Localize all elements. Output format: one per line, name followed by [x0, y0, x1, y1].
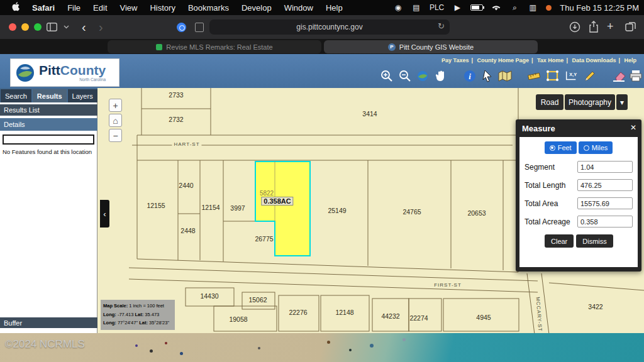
apple-menu-icon[interactable] — [11, 2, 19, 13]
sidebar-tab-results[interactable]: Results — [33, 89, 67, 102]
tab-overview-icon[interactable] — [625, 21, 636, 33]
dismiss-button[interactable]: Dismiss — [576, 234, 613, 248]
control-center-icon[interactable]: ▥ — [528, 3, 538, 13]
new-tab-button[interactable]: + — [607, 20, 614, 33]
sidebar-tab-layers[interactable]: Layers — [68, 89, 97, 102]
map-home-button[interactable]: ⌂ — [109, 114, 122, 127]
menubar-status-area: ◉ ▤ PLC ▶ ⌕ ▥ Thu Feb 15 12:25 PM — [393, 0, 639, 15]
plc-status[interactable]: PLC — [430, 3, 444, 12]
street-label-hart: HART-ST — [172, 141, 201, 147]
downloads-icon[interactable] — [569, 21, 580, 33]
link-pay-taxes[interactable]: Pay Taxes — [441, 57, 469, 63]
link-separator: | — [531, 57, 533, 63]
menu-help[interactable]: Help — [326, 3, 343, 13]
eraser-tool-icon[interactable] — [612, 69, 626, 83]
zoom-window-button[interactable] — [34, 23, 42, 31]
total-acreage-value-field[interactable]: 0.358 — [577, 216, 633, 228]
map-zoom-control: + ⌂ − — [109, 99, 122, 142]
menu-window[interactable]: Window — [284, 3, 313, 13]
back-button[interactable]: ‹ — [82, 21, 86, 33]
spotlight-search-icon[interactable]: ⌕ — [509, 3, 519, 13]
basemap-road-button[interactable]: Road — [536, 94, 564, 110]
sidebar-toggle-icon[interactable] — [47, 23, 57, 31]
extension-icon[interactable] — [177, 23, 186, 32]
status-dot-icon[interactable] — [546, 5, 552, 11]
buffer-header[interactable]: Buffer — [0, 317, 97, 328]
map-zoom-in-button[interactable]: + — [109, 99, 122, 112]
draw-pencil-icon[interactable] — [583, 69, 597, 83]
pan-hand-icon[interactable] — [434, 69, 448, 83]
tab-mls-remarks[interactable]: Revise MLS Remarks: Real Estate — [108, 40, 321, 53]
unit-feet-button[interactable]: Feet — [545, 141, 577, 154]
pointer-select-icon[interactable] — [481, 69, 495, 83]
menu-safari[interactable]: Safari — [32, 3, 55, 13]
menu-edit[interactable]: Edit — [93, 3, 107, 13]
measure-close-icon[interactable]: ✕ — [630, 123, 636, 132]
forward-button[interactable]: › — [99, 21, 103, 33]
measure-row-segment: Segment 1.04 — [525, 158, 633, 176]
parcel-label: 26775 — [255, 235, 273, 243]
parcel-map[interactable]: 2733 2732 3414 2440 12155 12154 3997 244… — [97, 88, 644, 333]
tab-pitt-county-gis[interactable]: P Pitt County GIS Website — [324, 40, 538, 53]
unit-miles-button[interactable]: Miles — [579, 141, 613, 154]
menu-view[interactable]: View — [120, 3, 138, 13]
map-zoom-out-button[interactable]: − — [109, 129, 122, 142]
basemap-caret-button[interactable]: ▾ — [616, 94, 628, 110]
print-tool-icon[interactable] — [629, 69, 643, 83]
measure-dialog: Measure ✕ Feet Miles Segment 1.04 — [516, 119, 641, 272]
link-data-downloads[interactable]: Data Downloads — [572, 57, 616, 63]
map-layers-icon[interactable] — [498, 69, 512, 83]
full-extent-globe-icon[interactable] — [416, 69, 430, 83]
battery-icon[interactable] — [470, 4, 483, 11]
menu-history[interactable]: History — [150, 3, 175, 13]
segment-value-field[interactable]: 1.04 — [577, 161, 633, 173]
menu-bookmarks[interactable]: Bookmarks — [188, 3, 229, 13]
menubar-clock[interactable]: Thu Feb 15 12:25 PM — [560, 3, 639, 13]
zoom-out-tool-icon[interactable] — [398, 69, 412, 83]
menu-file[interactable]: File — [67, 3, 80, 13]
feet-radio[interactable] — [550, 145, 555, 151]
link-help[interactable]: Help — [624, 57, 636, 63]
screen-record-icon[interactable]: ◉ — [393, 3, 403, 13]
chevron-down-icon[interactable] — [64, 25, 69, 29]
svg-text:X,Y: X,Y — [569, 72, 577, 77]
identify-info-icon[interactable]: i — [463, 69, 477, 83]
measure-length-tool-icon[interactable] — [527, 69, 541, 83]
screen: Safari File Edit View History Bookmarks … — [0, 0, 644, 362]
results-list-header[interactable]: Results List — [0, 104, 97, 116]
parcel-label: 2440 — [179, 182, 193, 189]
pitt-county-logo[interactable]: PittCounty North Carolina — [10, 58, 119, 87]
wifi-icon[interactable] — [491, 3, 501, 13]
miles-radio[interactable] — [584, 145, 589, 151]
zoom-in-tool-icon[interactable] — [380, 69, 394, 83]
parcel-label: 14430 — [200, 292, 218, 300]
site-header: PittCounty North Carolina Pay Taxes| Cou… — [0, 54, 644, 88]
reload-icon[interactable]: ↻ — [438, 21, 445, 31]
link-county-home[interactable]: County Home Page — [477, 57, 529, 63]
xy-coordinates-tool-icon[interactable]: X,Y — [564, 69, 578, 83]
keyboard-icon[interactable]: ▤ — [411, 3, 421, 13]
measure-area-tool-icon[interactable] — [546, 69, 560, 83]
page-extension-icon[interactable] — [195, 23, 204, 32]
beach-person-dot — [180, 352, 183, 355]
details-header[interactable]: Details — [0, 118, 97, 131]
clear-button[interactable]: Clear — [545, 234, 574, 248]
selected-parcel-area-label: 0.358AC — [261, 197, 293, 206]
link-tax-home[interactable]: Tax Home — [537, 57, 564, 63]
total-area-value-field[interactable]: 15575.69 — [577, 197, 633, 209]
long-dms-label: Long: — [103, 320, 116, 326]
menu-develop[interactable]: Develop — [242, 3, 272, 13]
address-bar[interactable]: gis.pittcountync.gov ↻ — [209, 19, 450, 35]
minimize-window-button[interactable] — [21, 23, 29, 31]
parcel-label: 12148 — [335, 309, 353, 316]
parcel-label: 3414 — [362, 110, 377, 118]
basemap-photography-button[interactable]: Photography — [565, 94, 615, 110]
play-icon[interactable]: ▶ — [452, 3, 462, 13]
sidebar-collapse-handle[interactable]: ‹ — [100, 200, 109, 228]
share-icon[interactable] — [589, 21, 599, 33]
parcel-label: 22274 — [409, 314, 428, 322]
close-window-button[interactable] — [9, 23, 16, 31]
macos-menubar: Safari File Edit View History Bookmarks … — [0, 0, 644, 15]
sidebar-tab-search[interactable]: Search — [1, 89, 31, 102]
total-length-value-field[interactable]: 476.25 — [577, 179, 633, 191]
